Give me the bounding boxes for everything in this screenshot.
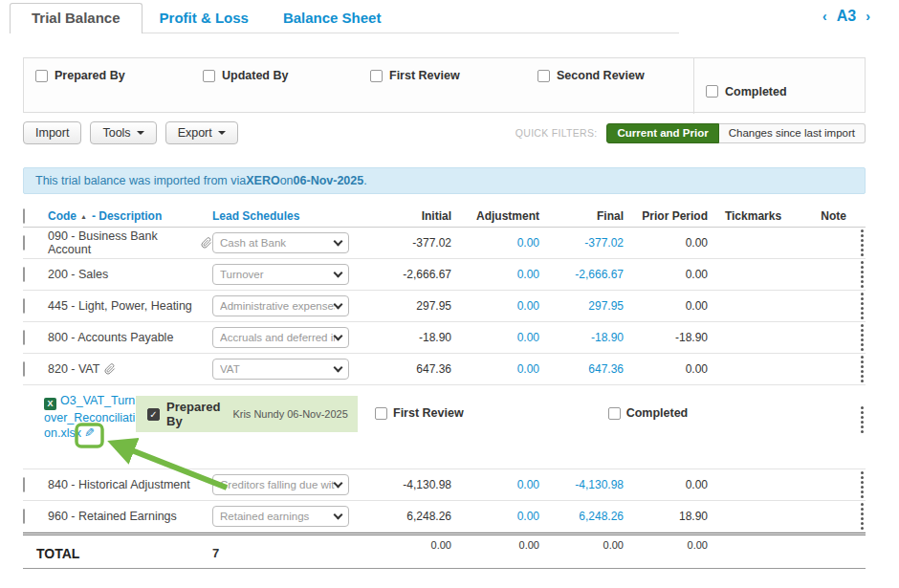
total-initial: 0.00 (363, 535, 451, 551)
first-review-signoff: First Review (375, 406, 464, 420)
completed-filter-label: Completed (725, 85, 787, 98)
import-button[interactable]: Import (23, 121, 81, 144)
final-link[interactable]: -4,130.98 (539, 478, 624, 491)
completed-filter-checkbox[interactable] (706, 85, 718, 98)
table-row: 960 - Retained Earnings Retained earning… (23, 501, 866, 533)
adjustment-link[interactable]: 0.00 (451, 331, 539, 344)
lead-schedule-select[interactable]: Creditors falling due within 1 ye (212, 474, 349, 495)
final-link[interactable]: -18.90 (539, 331, 624, 344)
banner-text: on (280, 174, 294, 187)
final-link[interactable]: 6,248.26 (539, 510, 624, 523)
adjustment-link[interactable]: 0.00 (451, 299, 539, 313)
lead-schedule-select[interactable]: Retained earnings (212, 506, 349, 527)
updated-by-filter-label: Updated By (222, 69, 288, 82)
table-row: 090 - Business Bank Account Cash at Bank… (23, 228, 866, 259)
attachment-file-link[interactable]: XO3_VAT_Turnover_Reconciliation.xlsx ✎ (44, 393, 136, 441)
final-column-header: Final (539, 209, 624, 223)
lead-schedule-value: Turnover (220, 269, 335, 280)
chevron-down-icon (334, 362, 343, 372)
lead-schedule-select[interactable]: Cash at Bank (212, 232, 349, 253)
row-menu-icon[interactable] (859, 354, 866, 384)
initial-column-header: Initial (363, 209, 451, 223)
edit-pencil-icon[interactable]: ✎ (84, 425, 95, 441)
final-link[interactable]: -2,666.67 (539, 268, 624, 281)
tab-bar: Trial Balance Profit & Loss Balance Shee… (10, 5, 679, 33)
prior-period-value: 0.00 (624, 362, 708, 376)
paperclip-icon[interactable] (104, 363, 116, 375)
row-menu-icon[interactable] (859, 228, 866, 258)
caret-down-icon (218, 131, 226, 135)
lead-schedule-value: Administrative expenses (220, 300, 335, 312)
code-column-header[interactable]: Code (48, 209, 77, 223)
row-menu-icon[interactable] (859, 404, 866, 435)
table-row: 820 - VAT VAT 647.36 0.00 647.36 0.00 (23, 354, 866, 385)
row-checkbox[interactable] (23, 330, 25, 345)
tab-trial-balance[interactable]: Trial Balance (10, 3, 143, 33)
row-checkbox[interactable] (23, 235, 25, 250)
sort-asc-icon: ▲ (80, 213, 87, 220)
lead-schedule-select[interactable]: Accruals and deferred income (212, 327, 349, 348)
prepared-by-checkbox[interactable]: ✓ (147, 408, 160, 421)
sheet-pager: ‹ A3 › (794, 8, 899, 25)
final-link[interactable]: 297.95 (539, 299, 624, 313)
first-review-label: First Review (393, 406, 464, 420)
prev-sheet-icon[interactable]: ‹ (822, 9, 827, 24)
first-review-checkbox[interactable] (375, 407, 387, 420)
completed-label: Completed (626, 406, 689, 420)
import-info-banner: This trial balance was imported from via… (23, 167, 866, 194)
lead-schedule-value: Creditors falling due within 1 ye (220, 479, 335, 490)
description-column-header[interactable]: - Description (92, 209, 162, 223)
first-review-filter-label: First Review (389, 69, 460, 82)
prepared-by-label: Prepared By (166, 400, 220, 428)
quick-filter-changes-since-import[interactable]: Changes since last import (719, 123, 866, 143)
signoff-filter-panel: Prepared By Updated By First Review Seco… (23, 57, 866, 113)
next-sheet-icon[interactable]: › (866, 9, 870, 24)
note-column-header: Note (799, 209, 846, 223)
lead-schedule-select[interactable]: Turnover (212, 264, 349, 285)
adjustment-link[interactable]: 0.00 (451, 510, 539, 523)
adjustment-link[interactable]: 0.00 (451, 268, 539, 281)
updated-by-filter-checkbox[interactable] (203, 70, 215, 82)
total-row: TOTAL 7 0.00 0.00 0.00 0.00 (23, 533, 866, 569)
lead-schedule-select[interactable]: VAT (212, 359, 349, 380)
final-link[interactable]: 647.36 (539, 362, 624, 376)
prior-period-value: -18.90 (624, 331, 708, 344)
first-review-filter-checkbox[interactable] (370, 70, 383, 82)
account-code-description: 820 - VAT (48, 362, 99, 376)
row-checkbox[interactable] (23, 477, 25, 492)
row-menu-icon[interactable] (859, 291, 866, 321)
paperclip-icon[interactable] (201, 237, 212, 249)
second-review-filter-checkbox[interactable] (537, 70, 550, 82)
prior-period-value: 0.00 (624, 299, 708, 313)
chevron-down-icon (334, 236, 343, 246)
account-code-description: 090 - Business Bank Account (48, 229, 196, 256)
adjustment-link[interactable]: 0.00 (451, 236, 539, 250)
final-link[interactable]: -377.02 (539, 236, 624, 250)
row-menu-icon[interactable] (859, 469, 866, 500)
table-row: 840 - Historical Adjustment Creditors fa… (23, 469, 866, 501)
row-checkbox[interactable] (23, 267, 25, 282)
lead-schedule-select[interactable]: Administrative expenses (212, 295, 349, 316)
adjustment-link[interactable]: 0.00 (451, 362, 539, 376)
row-menu-icon[interactable] (859, 501, 866, 532)
tab-profit-loss[interactable]: Profit & Loss (143, 4, 266, 33)
row-menu-icon[interactable] (859, 259, 866, 290)
export-button[interactable]: Export (165, 121, 238, 144)
sheet-reference[interactable]: A3 (837, 8, 856, 25)
tools-button[interactable]: Tools (90, 121, 156, 144)
select-all-checkbox[interactable] (23, 208, 25, 224)
tab-balance-sheet[interactable]: Balance Sheet (266, 4, 399, 33)
row-menu-icon[interactable] (859, 322, 866, 353)
quick-filter-current-and-prior[interactable]: Current and Prior (606, 123, 718, 143)
account-code-description: 445 - Light, Power, Heating (48, 299, 192, 313)
filter-completed: Completed (693, 58, 865, 114)
row-checkbox[interactable] (23, 298, 25, 314)
prepared-by-user-date: Kris Nundy 06-Nov-2025 (232, 408, 347, 420)
row-checkbox[interactable] (23, 361, 25, 377)
completed-checkbox[interactable] (608, 407, 621, 420)
adjustment-link[interactable]: 0.00 (451, 478, 539, 491)
prior-period-column-header: Prior Period (624, 209, 708, 223)
row-checkbox[interactable] (23, 509, 25, 524)
prepared-by-filter-checkbox[interactable] (35, 70, 48, 82)
total-prior-period: 0.00 (624, 535, 708, 551)
